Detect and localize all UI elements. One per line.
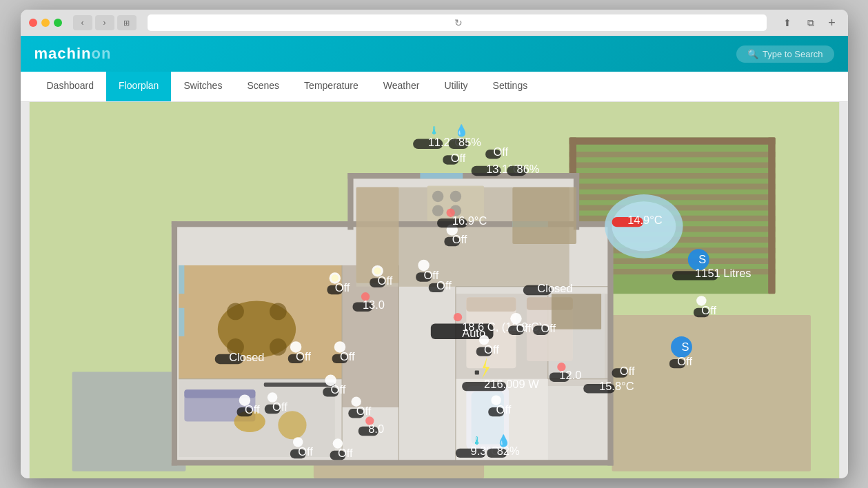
tab-scenes[interactable]: Scenes xyxy=(234,72,292,101)
floorplan-svg: 11.2°C 85% 🌡 💧 Off 13.1°C 86% Off xyxy=(21,102,848,478)
tab-dashboard[interactable]: Dashboard xyxy=(34,72,107,101)
svg-text:Off: Off xyxy=(496,403,511,416)
svg-rect-41 xyxy=(347,173,579,179)
svg-text:Off: Off xyxy=(701,304,716,316)
back-button[interactable]: ‹ xyxy=(73,15,92,30)
svg-text:Off: Off xyxy=(677,355,692,367)
new-tab-button[interactable]: + xyxy=(825,15,840,30)
split-view-icon[interactable]: ⧉ xyxy=(801,15,820,30)
svg-text:Off: Off xyxy=(377,274,392,287)
svg-text:S: S xyxy=(698,253,706,265)
svg-point-64 xyxy=(432,205,443,216)
tab-settings[interactable]: Settings xyxy=(481,72,541,101)
address-bar[interactable]: ↻ xyxy=(148,14,767,31)
svg-rect-40 xyxy=(347,173,353,230)
forward-button[interactable]: › xyxy=(95,15,114,30)
title-bar: ‹ › ⊞ ↻ ⬆ ⧉ + xyxy=(21,10,848,36)
minimize-button[interactable] xyxy=(41,19,50,27)
svg-point-62 xyxy=(432,191,443,202)
tab-utility[interactable]: Utility xyxy=(432,72,480,101)
svg-text:Off: Off xyxy=(436,279,452,292)
svg-text:Off: Off xyxy=(334,281,350,294)
svg-text:Off: Off xyxy=(337,447,352,459)
svg-text:16.9°C: 16.9°C xyxy=(452,214,487,227)
nav-tabs: Dashboard Floorplan Switches Scenes Temp… xyxy=(21,72,848,102)
tab-floorplan[interactable]: Floorplan xyxy=(106,72,171,101)
svg-rect-37 xyxy=(171,221,176,465)
svg-text:82%: 82% xyxy=(496,445,519,457)
svg-text:Off: Off xyxy=(244,403,259,416)
app-container: machinon 🔍 Type to Search Dashboard Floo… xyxy=(21,36,848,478)
browser-window: ‹ › ⊞ ↻ ⬆ ⧉ + machinon 🔍 Type to Search … xyxy=(21,10,848,478)
svg-point-48 xyxy=(227,303,244,321)
svg-text:1151 Litres: 1151 Litres xyxy=(695,267,751,279)
app-header: machinon 🔍 Type to Search xyxy=(21,36,848,72)
svg-text:Off: Off xyxy=(296,350,311,363)
svg-rect-44 xyxy=(179,308,184,336)
svg-rect-6 xyxy=(569,152,775,157)
reader-button[interactable]: ⊞ xyxy=(117,15,137,30)
logo-accent: on xyxy=(92,45,112,62)
svg-point-120 xyxy=(453,313,461,321)
search-bar[interactable]: 🔍 Type to Search xyxy=(736,45,834,63)
svg-text:S: S xyxy=(681,340,689,353)
svg-text:86%: 86% xyxy=(516,163,539,175)
share-icon[interactable]: ⬆ xyxy=(778,15,797,30)
svg-point-49 xyxy=(269,303,286,321)
svg-rect-19 xyxy=(768,138,775,294)
svg-text:Off: Off xyxy=(516,322,531,334)
svg-text:Off: Off xyxy=(493,145,508,158)
svg-rect-3 xyxy=(612,315,810,471)
tab-switches[interactable]: Switches xyxy=(171,72,234,101)
svg-text:14.9°C: 14.9°C xyxy=(627,214,663,226)
svg-text:Off: Off xyxy=(452,233,467,245)
svg-rect-1 xyxy=(72,372,185,471)
svg-rect-56 xyxy=(466,297,516,312)
svg-rect-43 xyxy=(179,265,184,294)
close-button[interactable] xyxy=(29,19,37,27)
floorplan-container: 11.2°C 85% 🌡 💧 Off 13.1°C 86% Off xyxy=(21,102,848,478)
svg-text:Off: Off xyxy=(450,152,465,164)
maximize-button[interactable] xyxy=(54,19,62,27)
svg-text:12.0: 12.0 xyxy=(559,369,581,381)
svg-text:85%: 85% xyxy=(458,136,481,148)
svg-text:15.8°C: 15.8°C xyxy=(599,380,634,392)
svg-rect-39 xyxy=(171,460,613,465)
svg-rect-10 xyxy=(569,194,775,200)
svg-text:Closed: Closed xyxy=(537,282,572,294)
svg-text:8.0: 8.0 xyxy=(368,423,384,435)
svg-point-63 xyxy=(450,191,461,202)
svg-rect-38 xyxy=(607,221,613,465)
svg-rect-7 xyxy=(569,163,775,168)
svg-point-51 xyxy=(269,338,286,356)
search-icon: 🔍 xyxy=(747,49,758,59)
svg-text:216.009 W: 216.009 W xyxy=(484,378,539,390)
reload-icon: ↻ xyxy=(454,17,463,28)
svg-text:Off: Off xyxy=(272,400,287,413)
svg-rect-60 xyxy=(512,187,576,244)
svg-text:Off: Off xyxy=(619,365,634,377)
svg-text:Off: Off xyxy=(330,383,345,396)
svg-rect-46 xyxy=(420,173,463,179)
svg-rect-131 xyxy=(474,370,478,374)
svg-rect-69 xyxy=(263,383,334,387)
svg-point-70 xyxy=(278,411,306,439)
traffic-lights xyxy=(29,19,62,27)
svg-text:💧: 💧 xyxy=(454,123,468,138)
svg-rect-5 xyxy=(569,138,775,145)
svg-text:Off: Off xyxy=(298,445,313,458)
svg-text:Off: Off xyxy=(484,343,499,356)
svg-text:Off: Off xyxy=(356,405,371,417)
search-placeholder: Type to Search xyxy=(763,49,822,59)
tab-temperature[interactable]: Temperature xyxy=(292,72,371,101)
tab-weather[interactable]: Weather xyxy=(371,72,432,101)
svg-text:🌡: 🌡 xyxy=(428,124,439,136)
svg-text:13.0: 13.0 xyxy=(362,298,384,311)
svg-text:Closed: Closed xyxy=(229,351,264,363)
nav-buttons: ‹ › ⊞ xyxy=(73,15,137,30)
toolbar-right: ⬆ ⧉ + xyxy=(778,15,840,30)
svg-rect-9 xyxy=(569,183,775,189)
svg-text:Off: Off xyxy=(339,350,354,363)
svg-rect-66 xyxy=(551,294,600,329)
app-logo: machinon xyxy=(34,45,112,63)
